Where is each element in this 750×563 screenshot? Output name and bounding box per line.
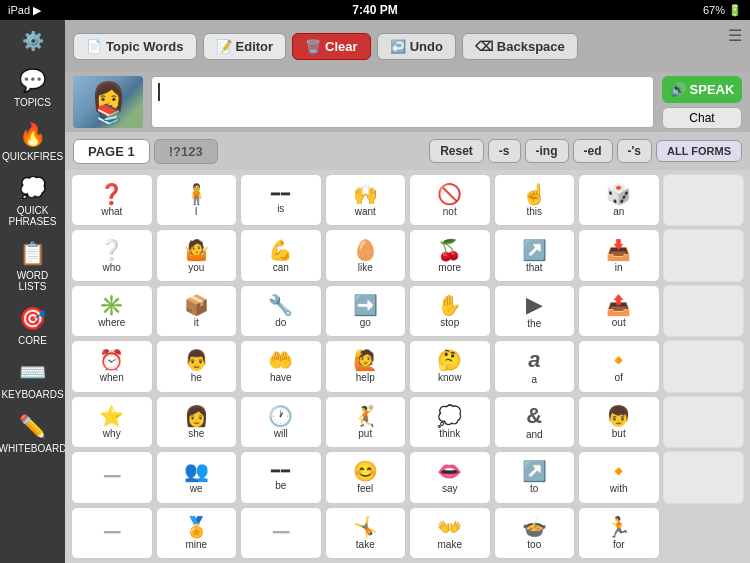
word-cell-and[interactable]: &and	[494, 396, 576, 448]
word-cell-say[interactable]: 👄say	[409, 451, 491, 503]
cell-icon-not: 🚫	[437, 183, 462, 205]
word-cell-with[interactable]: 🔸with	[578, 451, 660, 503]
cell-icon-who: ❔	[99, 239, 124, 261]
clear-button[interactable]: 🗑️ Clear	[292, 33, 371, 60]
word-cell-who[interactable]: ❔who	[71, 229, 153, 281]
cell-label: what	[101, 206, 122, 217]
cell-label: but	[612, 428, 626, 439]
cell-label: why	[103, 428, 121, 439]
cell-label: she	[188, 428, 204, 439]
word-cell-put[interactable]: 🤾put	[325, 396, 407, 448]
cell-icon-she: 👩	[184, 405, 209, 427]
word-cell-to[interactable]: ↗️to	[494, 451, 576, 503]
word-cell-will[interactable]: 🕐will	[240, 396, 322, 448]
all-forms-button[interactable]: ALL FORMS	[656, 140, 742, 162]
word-cell-think[interactable]: 💭think	[409, 396, 491, 448]
word-cell-more[interactable]: 🍒more	[409, 229, 491, 281]
word-cell-that[interactable]: ↗️that	[494, 229, 576, 281]
word-cell-blank[interactable]: ━━	[240, 507, 322, 559]
word-cell-this[interactable]: ☝️this	[494, 174, 576, 226]
word-cell-the[interactable]: ▶the	[494, 285, 576, 337]
s2-button[interactable]: -'s	[617, 139, 653, 163]
reset-button[interactable]: Reset	[429, 139, 484, 163]
word-cell-can[interactable]: 💪can	[240, 229, 322, 281]
backspace-button[interactable]: ⌫ Backspace	[462, 33, 578, 60]
sidebar-item-topics[interactable]: 💬 TOPICS	[4, 62, 62, 114]
sidebar-item-whiteboard[interactable]: ✏️ WHITEBOARD	[4, 408, 62, 460]
word-cell-know[interactable]: 🤔know	[409, 340, 491, 392]
topic-words-button[interactable]: 📄 Topic Words	[73, 33, 197, 60]
sidebar-item-core[interactable]: 🎯 CORE	[4, 300, 62, 352]
word-cell-when[interactable]: ⏰when	[71, 340, 153, 392]
word-cell-he[interactable]: 👨he	[156, 340, 238, 392]
sidebar-item-keyboards[interactable]: ⌨️ KEYBOARDS	[4, 354, 62, 406]
status-bar: iPad ▶ 7:40 PM 67% 🔋	[0, 0, 750, 20]
cell-icon-help: 🙋	[353, 349, 378, 371]
word-cell-too[interactable]: 🍲too	[494, 507, 576, 559]
tab-symbols[interactable]: !?123	[154, 139, 218, 164]
cell-label: for	[613, 539, 625, 550]
sidebar-item-quick-phrases[interactable]: 💭 QUICK PHRASES	[4, 170, 62, 233]
cell-icon-put: 🤾	[353, 405, 378, 427]
word-cell-stop[interactable]: ✋stop	[409, 285, 491, 337]
cell-icon-we: 👥	[184, 460, 209, 482]
word-cell-feel[interactable]: 😊feel	[325, 451, 407, 503]
word-cell-she[interactable]: 👩she	[156, 396, 238, 448]
chat-button[interactable]: Chat	[662, 107, 742, 129]
hamburger-button[interactable]: ☰	[728, 26, 742, 45]
status-left: iPad ▶	[8, 4, 41, 17]
topics-icon: 💬	[19, 68, 46, 94]
word-cell-help[interactable]: 🙋help	[325, 340, 407, 392]
speaker-icon: 🔊	[670, 82, 686, 97]
editor-button[interactable]: 📝 Editor	[203, 33, 287, 60]
word-cell-is[interactable]: ━━is	[240, 174, 322, 226]
cell-label: it	[194, 317, 199, 328]
cell-label: an	[613, 206, 624, 217]
gear-button[interactable]: ⚙️	[4, 26, 62, 56]
undo-button[interactable]: ↩️ Undo	[377, 33, 456, 60]
sidebar-item-word-lists[interactable]: 📋 WORD LISTS	[4, 235, 62, 298]
sidebar-item-quickfires[interactable]: 🔥 QUICKFIRES	[4, 116, 62, 168]
cell-icon-think: 💭	[437, 405, 462, 427]
word-cell-but[interactable]: 👦but	[578, 396, 660, 448]
word-cell-want[interactable]: 🙌want	[325, 174, 407, 226]
cell-icon-it: 📦	[184, 294, 209, 316]
word-cell-not[interactable]: 🚫not	[409, 174, 491, 226]
tab-page1[interactable]: PAGE 1	[73, 139, 150, 164]
ipad-label: iPad ▶	[8, 4, 41, 17]
sidebar-quickfires-label: QUICKFIRES	[2, 151, 63, 162]
word-cell-I[interactable]: 🧍I	[156, 174, 238, 226]
word-cell-an[interactable]: 🎲an	[578, 174, 660, 226]
cell-label: say	[442, 483, 458, 494]
word-cell-do[interactable]: 🔧do	[240, 285, 322, 337]
word-cell-take[interactable]: 🤸take	[325, 507, 407, 559]
word-cell-make[interactable]: 👐make	[409, 507, 491, 559]
text-area-row: 👩 🔊 SPEAK Chat	[65, 72, 750, 132]
word-cell-where[interactable]: ✳️where	[71, 285, 153, 337]
word-cell-go[interactable]: ➡️go	[325, 285, 407, 337]
word-cell-what[interactable]: ❓what	[71, 174, 153, 226]
word-cell-you[interactable]: 🤷you	[156, 229, 238, 281]
word-cell-be[interactable]: ━━be	[240, 451, 322, 503]
ed-button[interactable]: -ed	[573, 139, 613, 163]
word-cell-mine[interactable]: 🏅mine	[156, 507, 238, 559]
word-cell-of[interactable]: 🔸of	[578, 340, 660, 392]
word-cell-we[interactable]: 👥we	[156, 451, 238, 503]
text-input[interactable]	[151, 76, 654, 128]
word-cell-why[interactable]: ⭐why	[71, 396, 153, 448]
topic-words-label: Topic Words	[106, 39, 184, 54]
word-cell-blank[interactable]: ━━	[71, 507, 153, 559]
word-cell-a[interactable]: aa	[494, 340, 576, 392]
word-cell-out[interactable]: 📤out	[578, 285, 660, 337]
word-cell-in[interactable]: 📥in	[578, 229, 660, 281]
s-button[interactable]: -s	[488, 139, 521, 163]
word-cell-blank[interactable]: ━━	[71, 451, 153, 503]
main-area: 📄 Topic Words 📝 Editor 🗑️ Clear ↩️ Undo …	[65, 20, 750, 563]
speak-button[interactable]: 🔊 SPEAK	[662, 76, 742, 103]
word-cell-for[interactable]: 🏃for	[578, 507, 660, 559]
word-cell-like[interactable]: 🥚like	[325, 229, 407, 281]
word-cell-have[interactable]: 🤲have	[240, 340, 322, 392]
ing-button[interactable]: -ing	[525, 139, 569, 163]
cell-label: make	[438, 539, 462, 550]
word-cell-it[interactable]: 📦it	[156, 285, 238, 337]
